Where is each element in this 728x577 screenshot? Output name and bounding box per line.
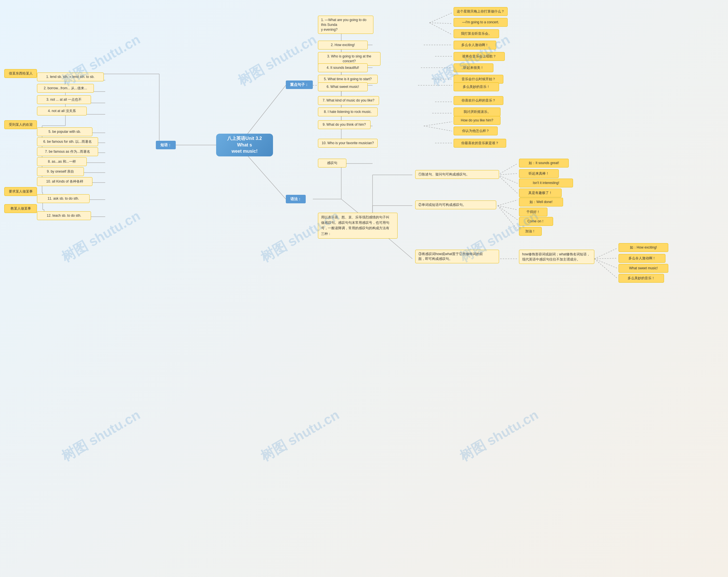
svg-line-82 <box>498 206 518 210</box>
center-label: 八上英语Unit 3.2 What sweet music! <box>223 135 266 154</box>
subtype-3-ex-3: What sweet music! <box>619 264 668 273</box>
svg-line-40 <box>430 23 452 24</box>
svg-line-76 <box>498 174 518 175</box>
subtype-2-ex-1: 如：Well done! <box>519 198 563 207</box>
watermark-7: 树图 shutu.cn <box>58 406 144 466</box>
svg-line-1 <box>243 85 286 139</box>
sentence-4-trans: 听起来很美！ <box>453 63 493 72</box>
subtype-1-label: ①陈述句、疑问句可构成感叹句。 <box>415 170 499 179</box>
sentence-1: 1. —What are you going to do this Sunday… <box>318 16 373 34</box>
subtype-3-label: ③将感叹词how或what置于它所修饰词的前面，即可构成感叹句。 <box>415 250 499 263</box>
phrase-6: 6. be famous for sth. 以...而著名 <box>37 137 98 146</box>
center-node: 八上英语Unit 3.2 What sweet music! <box>216 134 273 156</box>
subtype-2-ex-3: Come on！ <box>519 217 553 226</box>
watermark-8: 树图 shutu.cn <box>257 406 343 466</box>
svg-line-78 <box>498 175 518 193</box>
subtype-3-ex-1: 如：How exciting! <box>619 243 668 252</box>
subtype-1-ex-3: Isn't it interesting! <box>519 179 573 187</box>
gantanju-title: 感叹句 <box>318 159 346 167</box>
sentence-1-trans-2: —I'm going to a concert. <box>453 18 508 27</box>
phrase-11: 11. ask sb. to do sth. <box>37 194 89 203</box>
subtype-1-ex-4: 真是有趣极了！ <box>519 188 562 198</box>
sentence-10: 10. Who is your favorite musician? <box>318 139 378 148</box>
sentence-9: 9. What do you think of him? <box>318 120 370 129</box>
subtype-1-ex-2: 听起来真棒！ <box>519 169 559 178</box>
subtype-2-ex-4: 加油！ <box>519 227 542 236</box>
subtype-1-ex-1: 如：It sounds great! <box>519 159 569 167</box>
svg-line-41 <box>430 23 452 35</box>
svg-line-65 <box>424 126 452 131</box>
subtype-2-label: ②单词或短语均可构成感叹句。 <box>415 201 496 209</box>
phrase-9: 9. by oneself 亲自 <box>37 167 84 176</box>
phrase-popular-title: 受到某人的欢迎 <box>4 120 37 129</box>
sentence-7: 7. What kind of music do you like? <box>318 96 379 105</box>
yufa-label: 语法： <box>286 195 306 203</box>
svg-line-75 <box>498 163 518 175</box>
svg-line-64 <box>424 122 452 126</box>
sentence-9-trans-1: How do you like him? <box>453 116 500 125</box>
svg-line-90 <box>594 259 617 278</box>
phrase-10: 10. all Kinds of 各种各样 <box>37 177 93 186</box>
phrase-borrow-title: 借某东西给某人 <box>4 69 37 78</box>
phrase-7: 7. be famous as 作为...而著名 <box>37 147 98 156</box>
svg-line-88 <box>594 258 617 259</box>
subtype-3-note: how修饰形容词或副词；what修饰名词短语，现代英语中感叹句往往不加主谓成分。 <box>519 250 594 264</box>
gantanju-desc: 用以表示喜、怒、哀、乐等强烈感情的句子叫做感叹句。感叹句句末常用感叹号，也可用句… <box>318 213 397 239</box>
svg-line-83 <box>498 206 518 220</box>
sentence-2: 2. How exciting! <box>318 41 368 50</box>
sentence-1-trans-1: 这个星期天晚上你打算做什么？ <box>453 7 508 16</box>
svg-line-81 <box>498 200 518 206</box>
sentence-6-trans: 多么美妙的音乐！ <box>453 82 499 91</box>
subtype-2-ex-2: 干得好！ <box>519 208 547 216</box>
subtype-3-ex-2: 多么令人激动啊！ <box>619 254 666 263</box>
sentence-6: 6. What sweet music! <box>318 82 368 91</box>
svg-line-87 <box>594 248 617 259</box>
sentence-8-trans: 我讨厌听摇滚乐。 <box>453 107 500 116</box>
phrase-ask-title: 要求某人做某事 <box>4 187 37 196</box>
sentence-1-trans-3: 我打算去听音乐会。 <box>453 29 499 38</box>
zhongdian-label: 重点句子： <box>286 80 313 89</box>
sentence-3-trans: 谁将在音乐会上唱歌？ <box>453 52 505 61</box>
svg-line-77 <box>498 175 518 183</box>
sentence-10-trans: 你最喜欢的音乐家是谁？ <box>453 139 506 148</box>
phrase-teach-title: 教某人做某事 <box>4 204 37 213</box>
phrase-12: 12. teach sb. to do sth. <box>37 211 91 220</box>
sentence-7-trans: 你喜欢什么样的音乐？ <box>453 96 503 105</box>
mindmap-container: 树图 shutu.cn 树图 shutu.cn 树图 shutu.cn 树图 s… <box>0 0 728 577</box>
phrase-8: 8. as...as 和...一样 <box>37 157 87 166</box>
phrase-3: 3. not ... at all 一点也不 <box>37 95 91 104</box>
svg-line-2 <box>243 151 286 199</box>
subtype-3-ex-4: 多么美妙的音乐！ <box>619 274 664 283</box>
sentence-2-trans: 多么令人激动啊！ <box>453 41 496 50</box>
sentence-4: 4. It sounds beautiful! <box>318 63 368 72</box>
watermark-9: 树图 shutu.cn <box>457 406 542 466</box>
sentence-9-trans-2: 你认为他怎么样？ <box>453 127 498 135</box>
phrase-2: 2. borrow...from... 从...借来... <box>37 84 94 93</box>
svg-line-89 <box>594 259 617 268</box>
duanyu-label: 短语： <box>156 141 176 149</box>
svg-line-84 <box>498 206 518 230</box>
duanyu-text: 短语： <box>160 143 172 147</box>
phrase-1: 1. lend sb. sth. = lend sth. to sb. <box>37 73 104 81</box>
sentence-8: 8. I hate listening to rock music. <box>318 107 378 116</box>
svg-line-39 <box>430 13 452 23</box>
phrase-5: 5. be popular with sb. <box>37 127 93 136</box>
phrase-4: 4. not at all 没关系 <box>37 107 87 115</box>
